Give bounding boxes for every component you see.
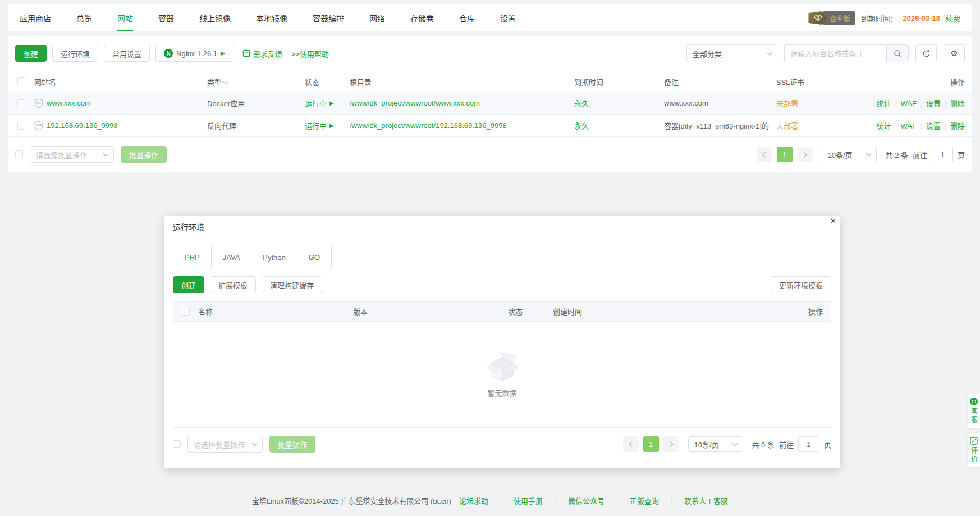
footer-link-forum[interactable]: 论坛求助 bbox=[459, 495, 488, 506]
modal-goto-page-input[interactable] bbox=[798, 436, 819, 452]
refresh-button[interactable] bbox=[915, 44, 937, 62]
op-settings-link[interactable]: 设置 bbox=[926, 122, 941, 130]
op-stats-link[interactable]: 统计 bbox=[877, 99, 891, 108]
site-root-link[interactable]: /www/dk_project/wwwroot/192.168.69.136_9… bbox=[350, 121, 507, 130]
modal-batch-checkbox[interactable] bbox=[173, 440, 181, 448]
row-checkbox[interactable] bbox=[17, 122, 25, 130]
nav-tab-compose[interactable]: 容器编排 bbox=[313, 4, 344, 31]
site-name-link[interactable]: www.xxx.com bbox=[47, 99, 91, 107]
ssl-status[interactable]: 未部署 bbox=[776, 122, 798, 130]
nav-tab-network[interactable]: 网络 bbox=[369, 4, 385, 31]
nav-tab-app-store[interactable]: 应用商店 bbox=[20, 4, 51, 31]
webserver-button[interactable]: N Nginx 1.26.1 ▶ bbox=[155, 45, 233, 62]
category-select[interactable]: 全部分类 bbox=[686, 44, 777, 62]
op-waf-link[interactable]: WAF bbox=[901, 99, 917, 108]
tab-php[interactable]: PHP bbox=[173, 246, 212, 268]
search-icon bbox=[894, 49, 902, 58]
status-play-icon[interactable]: ▶ bbox=[329, 101, 334, 106]
extend-template-button[interactable]: 扩展模板 bbox=[210, 276, 256, 293]
site-note[interactable]: 容器[dify_v113_sm63-nginx-1]的 bbox=[664, 120, 776, 131]
tab-python[interactable]: Python bbox=[251, 246, 297, 268]
create-button[interactable]: 创建 bbox=[15, 45, 47, 62]
site-note[interactable]: www.xxx.com bbox=[664, 99, 776, 107]
nav-tab-repository[interactable]: 仓库 bbox=[459, 4, 475, 31]
modal-batch-select[interactable]: 请选择批量操作 bbox=[187, 436, 263, 453]
common-settings-button[interactable]: 常用设置 bbox=[104, 45, 150, 62]
feedback-label: 需求反馈 bbox=[253, 48, 282, 59]
modal-total-count: 共 0 条 bbox=[752, 439, 775, 450]
tab-java[interactable]: JAVA bbox=[212, 246, 252, 268]
col-name: 网站名 bbox=[34, 76, 207, 87]
tab-go[interactable]: GO bbox=[297, 246, 332, 268]
nav-tab-website[interactable]: 网站 bbox=[117, 4, 133, 31]
select-all-checkbox[interactable] bbox=[17, 77, 25, 85]
col-status: 状态 bbox=[305, 76, 350, 87]
help-link[interactable]: >>使用帮助 bbox=[291, 48, 329, 59]
chevron-down-icon bbox=[732, 440, 738, 446]
nav-tab-online-images[interactable]: 线上镜像 bbox=[199, 4, 231, 31]
op-stats-link[interactable]: 统计 bbox=[877, 122, 891, 130]
modal-next-page-button[interactable] bbox=[663, 436, 679, 452]
modal-select-all-checkbox[interactable] bbox=[182, 308, 190, 316]
batch-action-button[interactable]: 批量操作 bbox=[121, 146, 167, 163]
feedback-doc-icon bbox=[242, 49, 250, 57]
chevron-down-icon bbox=[252, 440, 258, 446]
row-checkbox[interactable] bbox=[17, 99, 25, 107]
modal-goto-label: 前往 bbox=[779, 439, 794, 450]
search-button[interactable] bbox=[886, 44, 909, 62]
site-status[interactable]: 运行中 bbox=[305, 120, 327, 131]
footer-link-wechat[interactable]: 微信公众号 bbox=[568, 495, 605, 506]
chevron-down-icon bbox=[767, 49, 772, 55]
col-root: 根目录 bbox=[350, 76, 574, 87]
modal-batch-row: 请选择批量操作 批量操作 1 10条/页 共 0 条 前往 页 bbox=[173, 428, 831, 460]
site-expiry[interactable]: 永久 bbox=[574, 99, 589, 108]
batch-select-all-checkbox[interactable] bbox=[15, 150, 23, 158]
op-delete-link[interactable]: 删除 bbox=[950, 122, 965, 130]
current-page-button[interactable]: 1 bbox=[777, 147, 793, 162]
clear-build-cache-button[interactable]: 清理构建缓存 bbox=[262, 276, 322, 293]
expiry-date: 2026-03-18 bbox=[903, 14, 940, 22]
op-waf-link[interactable]: WAF bbox=[901, 122, 917, 130]
prev-page-button[interactable] bbox=[757, 147, 772, 162]
col-type[interactable]: 类型 bbox=[207, 76, 305, 87]
site-expiry[interactable]: 永久 bbox=[574, 122, 589, 130]
renew-link[interactable]: 续费 bbox=[946, 13, 960, 24]
side-widgets: 客服 评价 bbox=[968, 394, 980, 467]
ssl-status[interactable]: 未部署 bbox=[776, 99, 798, 108]
site-root-link[interactable]: /www/dk_project/wwwroot/www.xxx.com bbox=[350, 99, 480, 107]
site-name-link[interactable]: 192.168.69.136_9998 bbox=[47, 121, 118, 130]
site-status[interactable]: 运行中 bbox=[305, 98, 327, 108]
panel-settings-button[interactable]: ⚙ bbox=[944, 44, 965, 62]
nav-tab-local-images[interactable]: 本地镜像 bbox=[256, 4, 287, 31]
nav-tab-overview[interactable]: 总览 bbox=[76, 4, 92, 31]
footer-link-support[interactable]: 联系人工客服 bbox=[684, 495, 728, 506]
nav-tab-settings[interactable]: 设置 bbox=[500, 4, 516, 31]
footer-link-manual[interactable]: 使用手册 bbox=[514, 495, 543, 506]
customer-service-widget[interactable]: 客服 bbox=[968, 394, 980, 428]
search-input[interactable] bbox=[784, 44, 886, 62]
nav-tab-volumes[interactable]: 存储卷 bbox=[410, 4, 434, 31]
footer-link-license-check[interactable]: 正版查询 bbox=[630, 495, 659, 506]
status-play-icon[interactable]: ▶ bbox=[329, 123, 334, 129]
update-env-template-button[interactable]: 更新环境模板 bbox=[771, 276, 831, 293]
runtime-env-button[interactable]: 运行环境 bbox=[52, 45, 98, 62]
nav-tab-container[interactable]: 容器 bbox=[158, 4, 174, 31]
modal-per-page-select[interactable]: 10条/页 bbox=[688, 436, 743, 452]
batch-action-select[interactable]: 请选择批量操作 bbox=[30, 146, 114, 163]
goto-page-input[interactable] bbox=[932, 147, 953, 162]
gear-icon: ⚙ bbox=[950, 48, 958, 58]
modal-batch-button[interactable]: 批量操作 bbox=[269, 436, 315, 453]
batch-action-placeholder: 请选择批量操作 bbox=[36, 149, 87, 160]
modal-prev-page-button[interactable] bbox=[623, 436, 639, 452]
per-page-select[interactable]: 10条/页 bbox=[822, 147, 877, 162]
modal-current-page-button[interactable]: 1 bbox=[643, 436, 659, 452]
waf-shield-icon: WAF bbox=[34, 121, 43, 131]
review-widget[interactable]: 评价 bbox=[968, 433, 980, 467]
close-icon[interactable]: ✕ bbox=[830, 217, 836, 225]
feedback-link[interactable]: 需求反馈 bbox=[242, 48, 282, 59]
col-expiry: 到期时间 bbox=[574, 76, 664, 87]
op-delete-link[interactable]: 删除 bbox=[950, 99, 965, 108]
next-page-button[interactable] bbox=[797, 147, 813, 162]
modal-create-button[interactable]: 创建 bbox=[173, 276, 204, 293]
op-settings-link[interactable]: 设置 bbox=[926, 99, 941, 108]
